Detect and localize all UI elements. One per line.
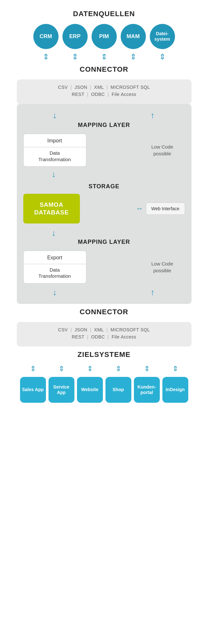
targets-row: Sales App Service App Website Shop Kunde…	[20, 377, 188, 403]
import-transform-box: Import DataTransformation	[23, 134, 86, 167]
target-arrow-1: ⇕	[20, 365, 46, 373]
mapping-top-title: MAPPING LAYER	[78, 122, 130, 129]
connector-top-line1: CSV | JSON | XML | MICROSOFT SQL	[23, 85, 185, 90]
arrow-up-top-right: ↑	[150, 110, 155, 120]
arrow-crm: ⇕	[33, 52, 59, 61]
target-arrow-5: ⇕	[134, 365, 160, 373]
export-data-transformation: DataTransformation	[24, 267, 86, 279]
source-erp: ERP	[62, 24, 88, 49]
db-row: SAMOADATABASE ↔ Web Interface	[23, 194, 185, 223]
target-sales-app: Sales App	[20, 377, 46, 403]
web-interface-row: ↔ Web Interface	[136, 203, 185, 215]
sources-row: CRM ERP PIM MAM Datei- system	[33, 24, 175, 49]
source-crm: CRM	[33, 24, 59, 49]
export-label: Export	[24, 255, 86, 264]
connector-bottom-line2: REST | ODBC | File Access	[23, 334, 185, 339]
arrow-up-export-right: ↑	[150, 287, 155, 297]
source-pim: PIM	[92, 24, 117, 49]
connector-top-box: CSV | JSON | XML | MICROSOFT SQL REST | …	[17, 79, 192, 104]
arrow-dateisystem: ⇕	[150, 52, 175, 61]
source-mam: MAM	[121, 24, 146, 49]
target-shop: Shop	[105, 377, 131, 403]
connector-bottom-box: CSV | JSON | XML | MICROSOFT SQL REST | …	[17, 322, 192, 347]
samoa-label: SAMOADATABASE	[34, 201, 69, 216]
arrow-lr-icon: ↔	[136, 204, 143, 213]
target-arrows-row: ⇕ ⇕ ⇕ ⇕ ⇕ ⇕	[20, 365, 188, 373]
import-label: Import	[24, 138, 86, 147]
arrow-down-from-db: ↓	[52, 228, 56, 238]
import-data-transformation: DataTransformation	[24, 150, 86, 162]
arrow-down-export: ↓	[53, 287, 57, 297]
target-arrow-3: ⇕	[77, 365, 103, 373]
mapping-bottom-title: MAPPING LAYER	[78, 239, 130, 245]
target-arrow-2: ⇕	[49, 365, 74, 373]
datenquellen-title: DATENQUELLEN	[73, 10, 135, 18]
web-interface-label: Web Interface	[151, 206, 180, 211]
samoa-database: SAMOADATABASE	[23, 194, 80, 223]
export-transform-box: Export DataTransformation	[23, 251, 86, 284]
arrow-pim: ⇕	[92, 52, 117, 61]
target-arrow-4: ⇕	[105, 365, 131, 373]
zielsysteme-title: ZIELSYSTEME	[78, 350, 131, 359]
arrow-erp: ⇕	[62, 52, 88, 61]
page-container: DATENQUELLEN CRM ERP PIM MAM Datei- syst…	[0, 0, 208, 416]
arrow-down-to-storage: ↓	[52, 169, 56, 179]
connector-bottom-line1: CSV | JSON | XML | MICROSOFT SQL	[23, 327, 185, 332]
target-website: Website	[77, 377, 103, 403]
arrow-down-top: ↓	[53, 110, 57, 120]
arrow-mam: ⇕	[121, 52, 146, 61]
target-arrow-6: ⇕	[162, 365, 188, 373]
target-indesign: InDesign	[162, 377, 188, 403]
low-code-top: Low Codepossible	[140, 143, 185, 157]
target-service-app: Service App	[49, 377, 74, 403]
low-code-bottom: Low Codepossible	[140, 260, 185, 274]
connector-top-line2: REST | ODBC | File Access	[23, 92, 185, 97]
connector-top-title: CONNECTOR	[80, 65, 128, 74]
target-kundenportal: Kunden- portal	[134, 377, 160, 403]
mapping-top-area: ↓ ↑ MAPPING LAYER Import DataTransformat…	[17, 104, 192, 304]
web-interface-box: Web Interface	[146, 203, 185, 215]
source-arrows-row: ⇕ ⇕ ⇕ ⇕ ⇕	[33, 52, 175, 61]
storage-title: STORAGE	[89, 183, 120, 190]
connector-bottom-title: CONNECTOR	[80, 308, 128, 316]
source-dateisystem: Datei- system	[150, 24, 175, 49]
